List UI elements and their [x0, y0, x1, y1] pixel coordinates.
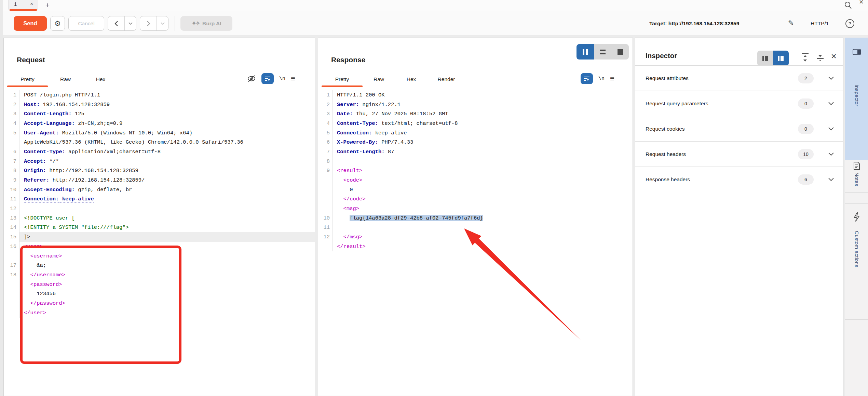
inspector-section-row[interactable]: Request attributes 2 — [635, 65, 843, 91]
search-icon[interactable] — [844, 1, 852, 10]
help-icon[interactable]: ? — [845, 19, 854, 28]
code-line: Content-Length: 87 — [333, 147, 633, 157]
cancel-button[interactable]: Cancel — [68, 16, 104, 31]
window-left-edge — [0, 0, 3, 396]
response-panel-title: Response — [331, 56, 365, 64]
layout-single-button[interactable] — [611, 44, 629, 60]
code-row: 9Referer: http://192.168.154.128:32859/ — [4, 175, 315, 185]
sparkles-icon: ✦✧ — [192, 20, 200, 27]
code-row: 5User-Agent: Mozilla/5.0 (Windows NT 10.… — [4, 128, 315, 138]
code-segment: </msg> — [337, 234, 362, 240]
word-wrap-button[interactable] — [581, 73, 593, 84]
inspector-section-row[interactable]: Request cookies 0 — [635, 116, 843, 141]
response-tab-raw[interactable]: Raw — [363, 71, 395, 87]
expand-all-icon[interactable] — [801, 52, 810, 63]
editor-menu-icon[interactable]: ≡ — [610, 74, 614, 83]
code-segment: <!DOCTYPE user [ — [24, 215, 75, 221]
close-icon[interactable]: × — [859, 0, 864, 6]
code-segment: Referer: — [24, 177, 49, 183]
new-tab-button[interactable]: + — [43, 1, 52, 10]
inspector-dock-left-button[interactable] — [757, 51, 773, 66]
send-button[interactable]: Send — [14, 16, 47, 31]
toolbar-divider — [175, 16, 175, 31]
layout-columns-button[interactable] — [577, 44, 594, 60]
columns-layout-icon — [583, 49, 588, 55]
line-number: 2 — [4, 100, 19, 109]
line-number — [4, 299, 19, 308]
code-line: </code> — [333, 195, 633, 204]
code-segment: ]> — [24, 234, 30, 240]
repeater-tab-label: 1 — [14, 1, 17, 7]
code-segment: Connection: — [337, 130, 372, 136]
layout-toggle-group — [577, 44, 629, 60]
forward-dropdown-button[interactable] — [157, 16, 168, 30]
inspector-section-row[interactable]: Request query parameters 0 — [635, 91, 843, 116]
request-tab-pretty[interactable]: Pretty — [7, 71, 48, 87]
line-number: 14 — [4, 223, 19, 233]
code-line — [19, 204, 315, 213]
code-line: AppleWebKit/537.36 (KHTML, like Gecko) C… — [19, 137, 315, 147]
code-line: Content-Length: 125 — [19, 109, 315, 119]
inspector-section-label: Response headers — [646, 176, 690, 183]
request-panel: Request PrettyRawHex \n ≡ 1POST /login.p… — [3, 38, 315, 396]
back-button[interactable] — [108, 16, 125, 30]
inspector-section-row[interactable]: Response headers 6 — [635, 167, 843, 192]
code-line: Date: Thu, 27 Nov 2025 08:18:52 GMT — [333, 109, 633, 119]
inspector-close-icon[interactable]: ✕ — [831, 52, 837, 61]
line-number: 3 — [4, 109, 19, 119]
response-tab-pretty[interactable]: Pretty — [322, 71, 363, 87]
request-tab-hex[interactable]: Hex — [83, 71, 118, 87]
collapse-all-icon[interactable] — [816, 52, 825, 63]
chevron-right-icon — [147, 21, 150, 27]
tab-close-icon[interactable]: × — [30, 1, 33, 6]
editor-menu-icon[interactable]: ≡ — [291, 74, 295, 83]
target-divider — [804, 18, 804, 29]
code-segment: Server: — [337, 102, 359, 108]
chevron-down-icon — [828, 102, 834, 105]
code-segment: Origin: — [24, 168, 46, 174]
notes-icon — [853, 161, 860, 170]
inspector-section-label: Request cookies — [646, 126, 685, 132]
code-row: 3Content-Length: 125 — [4, 109, 315, 119]
repeater-tab-1[interactable]: 1 × — [8, 0, 38, 11]
burp-ai-button[interactable]: ✦✧ Burp AI — [180, 16, 232, 31]
line-number: 8 — [318, 157, 333, 166]
code-line: Accept: */* — [19, 157, 315, 166]
hide-nonprinting-icon[interactable] — [247, 75, 256, 83]
response-tab-hex[interactable]: Hex — [395, 71, 428, 87]
chevron-down-icon — [128, 22, 133, 25]
word-wrap-button[interactable] — [261, 73, 274, 84]
sidebar-tab-notes[interactable]: Notes — [845, 160, 868, 192]
annotation-red-box — [20, 246, 181, 364]
history-back-split-button — [108, 16, 136, 31]
code-line: Content-Type: application/xml;charset=ut… — [19, 147, 315, 157]
layout-rows-button[interactable] — [594, 44, 611, 60]
line-number — [318, 195, 333, 204]
sidebar-tab-custom-actions[interactable]: Custom actions — [845, 203, 868, 319]
request-tab-raw[interactable]: Raw — [48, 71, 83, 87]
sidebar-tab-inspector[interactable]: Inspector — [845, 38, 868, 160]
line-number: 1 — [4, 90, 19, 100]
forward-button[interactable] — [140, 16, 157, 30]
back-dropdown-button[interactable] — [125, 16, 136, 30]
burp-ai-label: Burp AI — [202, 21, 221, 27]
code-row: 12 — [4, 204, 315, 213]
inspector-section-row[interactable]: Request headers 10 — [635, 141, 843, 167]
code-segment: keep-alive — [372, 130, 407, 136]
code-line: 0 — [333, 185, 633, 195]
show-newlines-icon[interactable]: \n — [598, 76, 605, 82]
show-newlines-icon[interactable]: \n — [279, 76, 285, 82]
inspector-dock-right-button[interactable] — [773, 51, 789, 66]
code-segment: <!ENTITY a SYSTEM "file:///flag"> — [24, 224, 129, 230]
annotation-red-arrow — [455, 221, 591, 347]
response-tab-render[interactable]: Render — [428, 71, 465, 87]
code-segment: nginx/1.22.1 — [359, 102, 401, 108]
http-version-selector[interactable]: HTTP/1 — [811, 11, 829, 36]
tab-label: Render — [438, 76, 455, 82]
edit-target-icon[interactable]: ✎ — [788, 19, 794, 27]
code-segment: Content-Type: — [337, 120, 378, 127]
code-line: User-Agent: Mozilla/5.0 (Windows NT 10.0… — [19, 128, 315, 138]
code-segment: application/xml;charset=utf-8 — [65, 149, 161, 155]
send-settings-button[interactable]: ⚙ — [50, 16, 65, 31]
code-row: 1POST /login.php HTTP/1.1 — [4, 90, 315, 100]
